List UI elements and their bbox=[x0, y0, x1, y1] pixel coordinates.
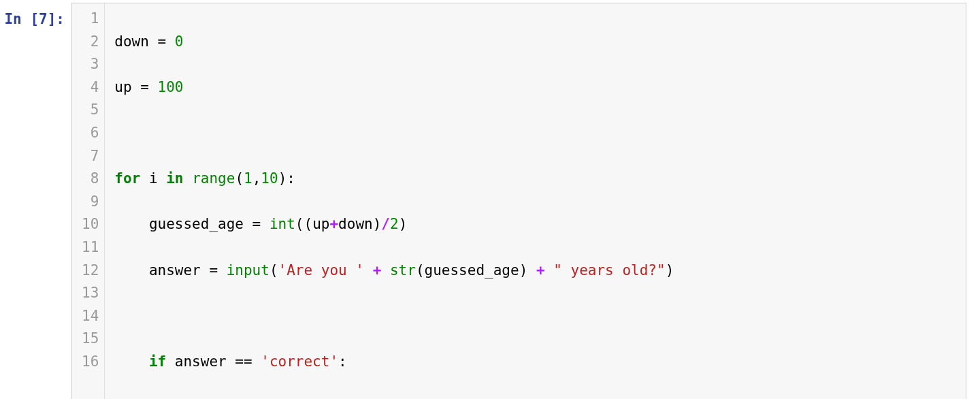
code-token: in bbox=[166, 170, 183, 187]
code-token: 'Are you ' bbox=[278, 262, 364, 278]
code-token: guessed_age bbox=[149, 216, 244, 232]
prompt-exec-count: 7 bbox=[39, 11, 48, 27]
prompt-close-bracket: ]: bbox=[48, 11, 65, 27]
input-prompt: In [7]: bbox=[0, 3, 71, 31]
code-token: = bbox=[201, 262, 227, 278]
line-number: 5 bbox=[82, 99, 99, 122]
line-number: 6 bbox=[82, 122, 99, 145]
code-token: 10 bbox=[261, 170, 278, 187]
code-line[interactable]: up = 100 bbox=[114, 76, 959, 99]
line-number: 14 bbox=[82, 305, 99, 328]
line-number: 16 bbox=[82, 351, 99, 374]
code-token: down bbox=[338, 216, 373, 232]
code-token: ( bbox=[295, 216, 304, 232]
code-token: down bbox=[114, 33, 149, 50]
line-number: 2 bbox=[82, 31, 99, 54]
code-line[interactable] bbox=[114, 122, 959, 145]
code-token: input bbox=[227, 262, 270, 278]
code-token: range bbox=[192, 170, 235, 187]
code-token: + bbox=[373, 262, 382, 278]
code-token: = bbox=[244, 216, 270, 232]
code-line[interactable]: down = 0 bbox=[114, 31, 959, 54]
code-token: + bbox=[329, 216, 338, 232]
code-token: 2 bbox=[390, 216, 399, 232]
code-token: if bbox=[149, 353, 166, 370]
line-number: 3 bbox=[82, 53, 99, 76]
code-line[interactable]: answer = input('Are you ' + str(guessed_… bbox=[114, 259, 959, 283]
code-token: == bbox=[227, 353, 261, 370]
line-number: 8 bbox=[82, 167, 99, 191]
code-token: i bbox=[149, 170, 158, 187]
code-token: , bbox=[252, 170, 261, 187]
code-line[interactable]: guessed_age = int((up+down)/2) bbox=[114, 213, 959, 236]
code-token: ) bbox=[519, 262, 528, 278]
line-number: 13 bbox=[82, 282, 99, 305]
code-line[interactable] bbox=[114, 305, 959, 328]
code-line[interactable]: print("Nice") bbox=[114, 396, 959, 399]
code-token: guessed_age bbox=[425, 262, 519, 278]
line-number: 12 bbox=[82, 259, 99, 283]
code-token: = bbox=[149, 33, 175, 50]
code-token: : bbox=[287, 170, 295, 187]
code-token: for bbox=[114, 170, 140, 187]
code-token: 'correct' bbox=[261, 353, 338, 370]
prompt-label: In bbox=[4, 11, 30, 27]
line-number-gutter: 1 2 3 4 5 6 7 8 9 10 11 12 13 14 15 16 bbox=[72, 3, 105, 399]
code-token: 100 bbox=[158, 79, 184, 95]
code-token: " years old?" bbox=[553, 262, 665, 278]
code-line[interactable]: for i in range(1,10): bbox=[114, 167, 959, 191]
code-token: answer bbox=[149, 262, 201, 278]
code-token: / bbox=[381, 216, 390, 232]
code-token: ) bbox=[399, 216, 408, 232]
notebook-cell: In [7]: 1 2 3 4 5 6 7 8 9 10 11 12 13 14… bbox=[0, 0, 980, 399]
code-line[interactable]: if answer == 'correct': bbox=[114, 351, 959, 374]
prompt-open-bracket: [ bbox=[30, 11, 39, 27]
line-number: 7 bbox=[82, 145, 99, 168]
code-editor[interactable]: down = 0 up = 100 for i in range(1,10): … bbox=[105, 3, 966, 399]
line-number: 10 bbox=[82, 213, 99, 236]
code-token: ( bbox=[416, 262, 425, 278]
code-token: ( bbox=[304, 216, 312, 232]
line-number: 9 bbox=[82, 191, 99, 214]
code-token: ) bbox=[373, 216, 382, 232]
code-token: str bbox=[390, 262, 416, 278]
code-token: int bbox=[270, 216, 295, 232]
code-token: up bbox=[114, 79, 131, 95]
code-token: : bbox=[338, 353, 347, 370]
code-token: 0 bbox=[175, 33, 184, 50]
code-token: ( bbox=[235, 170, 244, 187]
code-token: ) bbox=[666, 262, 674, 278]
line-number: 1 bbox=[82, 7, 99, 31]
code-cell[interactable]: 1 2 3 4 5 6 7 8 9 10 11 12 13 14 15 16 d… bbox=[71, 3, 966, 399]
code-token: up bbox=[312, 216, 329, 232]
code-token: = bbox=[132, 79, 158, 95]
code-token: answer bbox=[175, 353, 227, 370]
code-token: + bbox=[536, 262, 545, 278]
code-token: 1 bbox=[244, 170, 252, 187]
line-number: 4 bbox=[82, 76, 99, 99]
code-token: ) bbox=[278, 170, 287, 187]
code-token: ( bbox=[270, 262, 278, 278]
line-number: 11 bbox=[82, 236, 99, 259]
line-number: 15 bbox=[82, 328, 99, 351]
